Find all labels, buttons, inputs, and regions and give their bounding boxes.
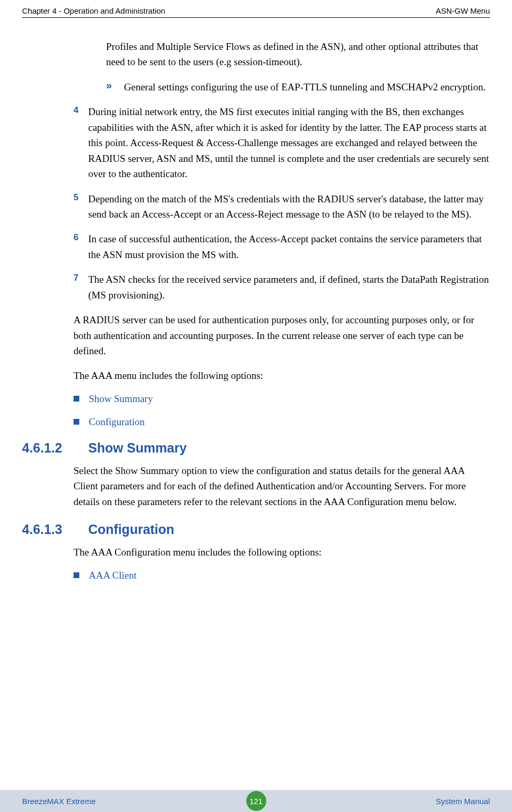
page-footer: BreezeMAX Extreme 121 System Manual (0, 790, 512, 812)
section-number: 4.6.1.3 (22, 522, 88, 537)
numbered-text: Depending on the match of the MS's crede… (88, 191, 490, 222)
number-marker: 6 (74, 231, 88, 262)
number-marker: 5 (74, 191, 88, 222)
number-marker: 4 (74, 104, 88, 181)
sub-list-text: General settings configuring the use of … (124, 79, 486, 95)
square-bullet-icon (74, 396, 79, 402)
paragraph-configuration: The AAA Configuration menu includes the … (74, 544, 490, 560)
bullet-link-configuration[interactable]: Configuration (89, 416, 145, 428)
number-marker: 7 (74, 272, 88, 303)
numbered-item-4: 4 During initial network entry, the MS f… (74, 104, 490, 181)
paragraph-aaa-menu: The AAA menu includes the following opti… (74, 368, 490, 383)
header-chapter: Chapter 4 - Operation and Administration (22, 6, 165, 15)
square-bullet-icon (74, 419, 79, 425)
section-heading-show-summary: 4.6.1.2 Show Summary (22, 440, 490, 456)
page-number-badge: 121 (246, 791, 266, 811)
numbered-text: In case of successful authentication, th… (88, 231, 490, 262)
bullet-link-aaa-client[interactable]: AAA Client (89, 570, 137, 581)
page-content: Profiles and Multiple Service Flows as d… (0, 18, 512, 581)
numbered-text: The ASN checks for the received service … (88, 272, 490, 303)
bullet-configuration: Configuration (74, 416, 490, 428)
square-bullet-icon (74, 572, 79, 578)
footer-product: BreezeMAX Extreme (22, 797, 96, 806)
numbered-item-6: 6 In case of successful authentication, … (74, 231, 490, 262)
section-number: 4.6.1.2 (22, 440, 88, 456)
footer-manual: System Manual (436, 797, 490, 806)
section-heading-configuration: 4.6.1.3 Configuration (22, 522, 490, 537)
sub-list-item-general: » General settings configuring the use o… (106, 79, 490, 95)
paragraph-show-summary: Select the Show Summary option to view t… (74, 463, 490, 509)
bullet-aaa-client: AAA Client (74, 570, 490, 581)
chevron-icon: » (106, 79, 117, 95)
bullet-show-summary: Show Summary (74, 393, 490, 405)
bullet-link-show-summary[interactable]: Show Summary (89, 393, 153, 405)
numbered-item-5: 5 Depending on the match of the MS's cre… (74, 191, 490, 222)
numbered-text: During initial network entry, the MS fir… (88, 104, 490, 181)
section-title: Configuration (88, 522, 174, 537)
continued-sub-item: Profiles and Multiple Service Flows as d… (106, 39, 490, 70)
section-title: Show Summary (88, 440, 187, 456)
numbered-item-7: 7 The ASN checks for the received servic… (74, 272, 490, 303)
paragraph-radius: A RADIUS server can be used for authenti… (74, 312, 490, 358)
header-menu: ASN-GW Menu (436, 6, 490, 15)
